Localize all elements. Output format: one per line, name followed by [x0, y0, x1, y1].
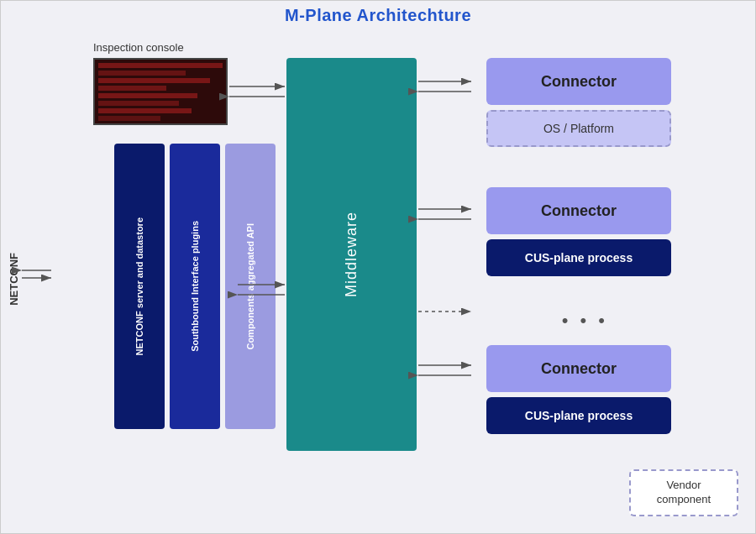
connector-box-2: Connector: [486, 187, 671, 234]
console-line: [98, 101, 179, 106]
left-box-netconf-label: NETCONF server and datastore: [134, 217, 145, 355]
left-box-netconf: NETCONF server and datastore: [114, 144, 165, 429]
connector-group-1: Connector OS / Platform: [486, 58, 671, 147]
vendor-component-box: Vendorcomponent: [629, 469, 738, 516]
diagram-container: M-Plane Architechture Inspection console…: [0, 0, 756, 534]
inspection-console-content: [95, 60, 226, 125]
platform-box: OS / Platform: [486, 110, 671, 147]
cus-box-1: CUS-plane process: [486, 239, 671, 276]
console-line: [98, 71, 186, 76]
console-line: [98, 78, 210, 83]
cus-box-2: CUS-plane process: [486, 397, 671, 434]
left-box-components-label: Components aggregated API: [244, 223, 256, 350]
console-line: [98, 116, 160, 121]
inspection-console-box: [93, 58, 228, 125]
netconf-label: NETCONF: [8, 253, 20, 306]
console-line: [98, 93, 197, 98]
connector-box-1: Connector: [486, 58, 671, 105]
middleware-box: Middleware: [286, 58, 417, 451]
left-box-southbound-label: Southbound Interface plugins: [189, 221, 201, 352]
connector-box-3: Connector: [486, 345, 671, 392]
ellipsis-dots: • • •: [562, 310, 608, 332]
middleware-label: Middleware: [343, 212, 360, 297]
inspection-console-label: Inspection console: [93, 41, 184, 54]
vendor-component-label: Vendorcomponent: [657, 479, 711, 507]
console-line: [98, 63, 223, 68]
page-title: M-Plane Architechture: [1, 1, 755, 25]
connector-group-3: Connector CUS-plane process: [486, 345, 671, 434]
left-box-southbound: Southbound Interface plugins: [170, 144, 220, 429]
connector-group-2: Connector CUS-plane process: [486, 187, 671, 276]
console-line: [98, 86, 166, 91]
left-panel: NETCONF server and datastore Southbound …: [114, 144, 276, 437]
console-line: [98, 108, 192, 113]
left-box-components: Components aggregated API: [225, 144, 276, 429]
